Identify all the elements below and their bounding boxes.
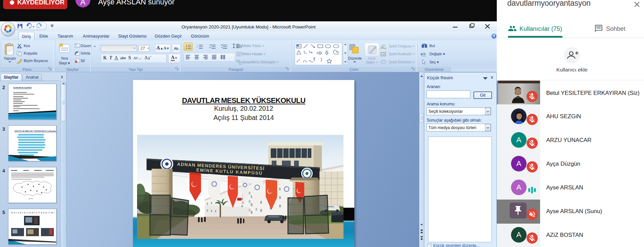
svg-text:AYDIN: AYDIN (29, 198, 33, 200)
svg-text:a: a (421, 52, 423, 56)
svg-text:DAVUTLAR MESLEK YÜKSEKOKULU (A: DAVUTLAR MESLEK YÜKSEKOKULU (Akademik Pe… (15, 130, 56, 132)
svg-text:SUNUMUN İÇERİĞİ: SUNUMUN İÇERİĞİ (13, 86, 32, 89)
svg-text:b: b (423, 52, 426, 56)
svg-text:Ü n i v e r s i t e m i z Y ö: Ü n i v e r s i t e m i z Y ö n e t i m … (11, 211, 54, 214)
svg-text:2: 2 (197, 46, 198, 48)
